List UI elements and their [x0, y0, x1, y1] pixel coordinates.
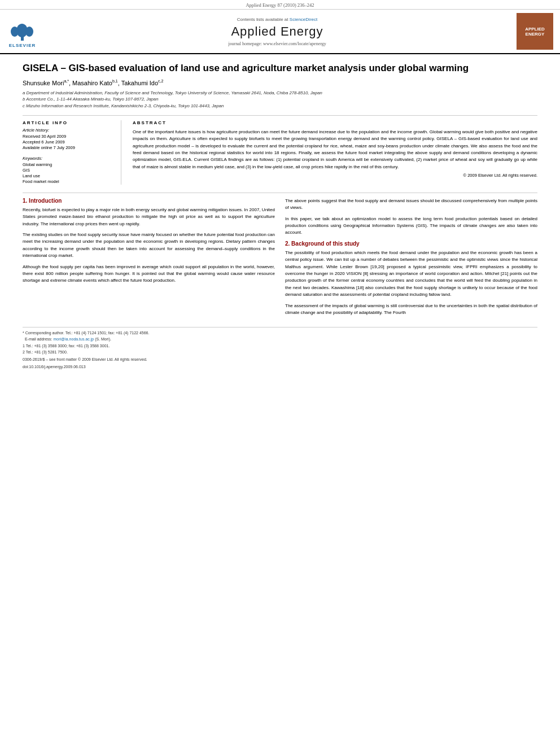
affiliation-c: c Mizuho Information and Research Instit… [23, 103, 537, 110]
applied-energy-badge: APPLIED ENERGY [517, 13, 553, 50]
section1-para1: Recently, biofuel is expected to play a … [23, 207, 275, 228]
sciencedirect-line: Contents lists available at ScienceDirec… [38, 16, 517, 22]
section2-heading: 2. Background of this study [285, 241, 537, 247]
keyword-3: Land use [23, 173, 113, 178]
column-left: 1. Introduction Recently, biofuel is exp… [23, 198, 275, 320]
email-label: E-mail address: [25, 337, 53, 341]
keywords-label: Keywords: [23, 156, 113, 161]
authors-line: Shunsuke Moria,*, Masahiro Katob,1, Taka… [23, 79, 537, 86]
info-abstract-section: ARTICLE INFO Article history: Received 3… [23, 120, 537, 185]
author-a: Shunsuke Mori [23, 80, 64, 86]
section2-para1: The possibility of food production which… [285, 250, 537, 299]
email-line: E-mail address: mori@ia.noda.tus.ac.jp (… [23, 336, 537, 342]
svg-point-2 [11, 27, 19, 37]
doi-line: doi:10.1016/j.apenergy.2009.06.013 [23, 364, 537, 370]
svg-rect-4 [20, 30, 25, 32]
abstract-section: ABSTRACT One of the important future iss… [133, 120, 537, 185]
section1-para3: Although the food supply per capita has … [23, 264, 275, 285]
section1-heading: 1. Introduction [23, 198, 275, 204]
divider-1 [23, 115, 537, 116]
tel2: 2 Tel.: +81 (3) 5281 7500. [23, 349, 537, 355]
corresponding-author: * Corresponding author. Tel.: +81 (4) 71… [23, 330, 537, 336]
homepage-link: journal homepage: www.elsevier.com/locat… [38, 41, 517, 46]
abstract-text: One of the important future issues is ho… [133, 129, 537, 171]
author-c: Takahumi Ido [121, 80, 158, 86]
top-bar: Applied Energy 87 (2010) 236–242 [0, 0, 560, 10]
section1-para2: The existing studies on the food supply … [23, 231, 275, 260]
elsevier-wordmark: ELSEVIER [9, 43, 36, 48]
tel1: 1 Tel.: +81 (3) 3588 3000; fax: +81 (3) … [23, 343, 537, 349]
affiliations: a Department of Industrial Administratio… [23, 90, 537, 110]
article-info: ARTICLE INFO Article history: Received 3… [23, 120, 121, 185]
copyright: © 2009 Elsevier Ltd. All rights reserved… [133, 173, 537, 178]
elsevier-tree-icon [7, 15, 38, 43]
email-address[interactable]: mori@ia.noda.tus.ac.jp [53, 337, 94, 341]
keyword-4: Food market model [23, 179, 113, 184]
journal-citation: Applied Energy 87 (2010) 236–242 [246, 2, 314, 8]
journal-title: Applied Energy [38, 24, 517, 39]
affiliation-a: a Department of Industrial Administratio… [23, 90, 537, 97]
email-name: (S. Mori). [95, 337, 111, 341]
history-label: Article history: [23, 128, 113, 133]
available-date: Available online 7 July 2009 [23, 145, 113, 150]
abstract-heading: ABSTRACT [133, 120, 537, 125]
accepted-date: Accepted 6 June 2009 [23, 139, 113, 145]
author-c-sup: c,2 [158, 79, 163, 83]
issn-line: 0306-2619/$ – see front matter © 2009 El… [23, 356, 537, 362]
paper-title: GISELA – GIS-based evaluation of land us… [23, 62, 537, 75]
keywords-section: Keywords: Global warming GIS Land use Fo… [23, 156, 113, 184]
column-right: The above points suggest that the food s… [285, 198, 537, 320]
elsevier-logo: ELSEVIER [7, 15, 38, 48]
keyword-2: GIS [23, 168, 113, 173]
main-content: GISELA – GIS-based evaluation of land us… [0, 54, 560, 375]
received-date: Received 30 April 2009 [23, 134, 113, 139]
author-b: Masahiro Kato [72, 80, 112, 86]
section1-right-para2: In this paper, we talk about an optimiza… [285, 216, 537, 237]
article-info-heading: ARTICLE INFO [23, 120, 113, 125]
divider-2 [23, 193, 537, 193]
body-columns: 1. Introduction Recently, biofuel is exp… [23, 198, 537, 320]
author-b-sup: b,1 [112, 79, 118, 83]
author-a-sup: a,* [64, 79, 69, 83]
journal-center: Contents lists available at ScienceDirec… [38, 16, 517, 46]
svg-point-3 [25, 27, 33, 37]
keyword-1: Global warming [23, 162, 113, 167]
journal-header: ELSEVIER Contents lists available at Sci… [0, 10, 560, 54]
sciencedirect-link[interactable]: ScienceDirect [290, 17, 317, 22]
footer: * Corresponding author. Tel.: +81 (4) 71… [23, 327, 537, 370]
affiliation-b: b Accenture Co., 1-11-44 Akasaka Minato-… [23, 96, 537, 103]
section2-para2: The assessment of the impacts of global … [285, 303, 537, 317]
section1-right-para1: The above points suggest that the food s… [285, 198, 537, 212]
